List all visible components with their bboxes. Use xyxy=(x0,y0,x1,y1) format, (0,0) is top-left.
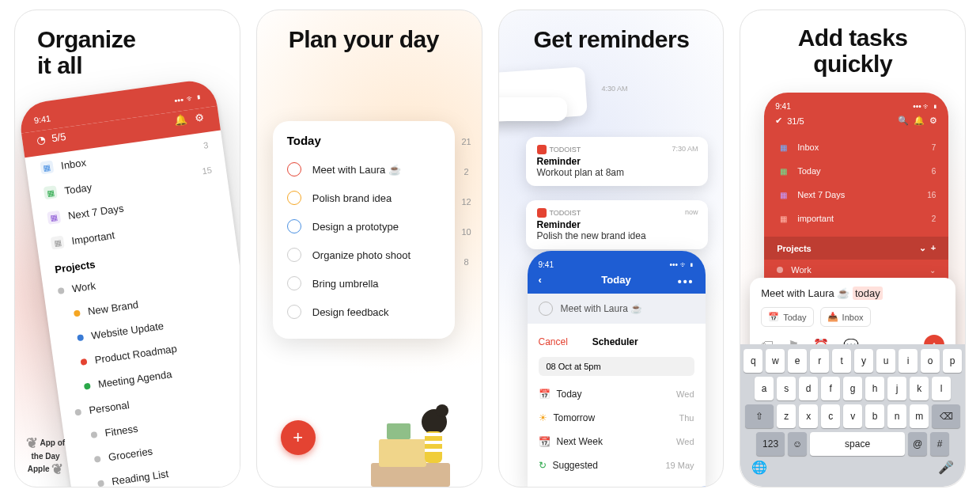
key-d[interactable]: d xyxy=(799,377,818,400)
key-b[interactable]: b xyxy=(865,404,884,428)
key-n[interactable]: n xyxy=(887,404,906,428)
selected-task-row[interactable]: Meet with Laura ☕ xyxy=(528,294,706,324)
task-row[interactable]: Bring umbrella xyxy=(287,269,441,298)
key-u[interactable]: u xyxy=(876,349,895,373)
dot-icon xyxy=(74,408,81,415)
key-space[interactable]: space xyxy=(810,432,905,456)
calendar-cell[interactable]: 2 xyxy=(464,167,468,176)
chevron-down-icon[interactable]: ⌄ xyxy=(929,266,936,275)
task-row[interactable]: Meet with Laura ☕ xyxy=(287,155,441,184)
key-v[interactable]: v xyxy=(843,404,862,428)
task-row[interactable]: Polish brand idea xyxy=(287,184,441,212)
key-z[interactable]: z xyxy=(777,404,796,428)
nav-icon: ▦ xyxy=(777,141,789,154)
task-row[interactable]: Design feedback xyxy=(287,298,441,326)
panel-heading: Get reminders xyxy=(534,26,690,52)
scheduler-option[interactable]: ↻Suggested19 May xyxy=(539,453,694,477)
chevron-down-icon[interactable]: ⌄ xyxy=(919,243,926,252)
back-icon[interactable]: ‹ xyxy=(539,274,542,286)
app-icon xyxy=(537,145,547,154)
key-k[interactable]: k xyxy=(910,377,929,400)
task-checkbox[interactable] xyxy=(287,276,301,290)
clock-text: 9:41 xyxy=(33,113,51,125)
key-x[interactable]: x xyxy=(799,404,818,428)
task-label: Meet with Laura ☕ xyxy=(561,303,643,314)
key-a[interactable]: a xyxy=(755,377,774,400)
option-day: Wed xyxy=(676,389,694,399)
add-task-fab[interactable]: + xyxy=(281,420,316,455)
task-label: Meet with Laura ☕ xyxy=(312,164,401,176)
notification-fragment: e at 5pm xyxy=(498,97,567,121)
task-row[interactable]: Design a prototype xyxy=(287,212,441,241)
task-checkbox[interactable] xyxy=(287,219,301,233)
date-input[interactable]: 08 Oct at 5pm xyxy=(539,357,694,376)
key-f[interactable]: f xyxy=(821,377,840,400)
key-h[interactable]: h xyxy=(865,377,884,400)
sidebar-item[interactable]: ▦Inbox7 xyxy=(764,135,948,159)
bell-icon[interactable]: 🔔 xyxy=(174,113,188,127)
calendar-cell[interactable]: 12 xyxy=(461,197,471,207)
task-checkbox[interactable] xyxy=(287,248,301,262)
globe-icon[interactable]: 🌐 xyxy=(751,460,767,475)
task-checkbox[interactable] xyxy=(287,191,301,205)
notification-card[interactable]: TODOIST 7:30 AM Reminder Workout plan at… xyxy=(526,137,708,186)
key-c[interactable]: c xyxy=(821,404,840,428)
key-w[interactable]: w xyxy=(766,349,785,373)
key-at[interactable]: @ xyxy=(908,432,927,456)
key-numbers[interactable]: 123 xyxy=(756,432,785,456)
scheduler-option[interactable]: ☀TomorrowThu xyxy=(539,406,694,430)
gear-icon[interactable]: ⚙ xyxy=(194,111,205,124)
key-y[interactable]: y xyxy=(854,349,873,373)
notification-card[interactable]: TODOIST now Reminder Polish the new bran… xyxy=(526,200,708,249)
chip-project[interactable]: 📥Inbox xyxy=(820,307,871,327)
key-t[interactable]: t xyxy=(832,349,851,373)
option-label: Tomorrow xyxy=(554,412,596,423)
sidebar-item[interactable]: ▦Today6 xyxy=(764,159,948,183)
key-e[interactable]: e xyxy=(788,349,807,373)
bell-icon[interactable]: 🔔 xyxy=(914,116,925,126)
project-label: Fitness xyxy=(104,423,139,439)
scheduler-option[interactable]: 📆Next WeekWed xyxy=(539,430,694,453)
key-r[interactable]: r xyxy=(810,349,829,373)
project-label: Website Update xyxy=(90,320,164,342)
nav-list: ▦Inbox7▦Today6▦Next 7 Days16▦important2 xyxy=(764,134,948,235)
key-s[interactable]: s xyxy=(777,377,796,400)
add-project-icon[interactable]: + xyxy=(931,243,936,252)
task-checkbox[interactable] xyxy=(539,302,553,316)
key-q[interactable]: q xyxy=(744,349,762,373)
task-row[interactable]: Organize photo shoot xyxy=(287,241,441,269)
calendar-cell[interactable]: 10 xyxy=(461,227,471,237)
task-input[interactable]: Meet with Laura ☕ today xyxy=(761,287,944,299)
key-shift[interactable]: ⇧ xyxy=(745,404,774,428)
calendar-icon: 📅 xyxy=(768,312,779,322)
search-icon[interactable]: 🔍 xyxy=(898,116,909,126)
key-o[interactable]: o xyxy=(921,349,940,373)
sidebar-item[interactable]: ▦Next 7 Days16 xyxy=(764,183,948,207)
more-icon[interactable]: ••• xyxy=(678,275,694,288)
option-icon: ☀ xyxy=(539,412,547,423)
key-g[interactable]: g xyxy=(843,377,862,400)
sidebar-item[interactable]: ▦important2 xyxy=(764,207,948,230)
task-checkbox[interactable] xyxy=(287,305,301,319)
key-emoji[interactable]: ☺ xyxy=(788,432,807,456)
key-p[interactable]: p xyxy=(943,349,962,373)
dot-icon xyxy=(90,431,97,438)
projects-header[interactable]: Projects ⌄ + xyxy=(764,237,948,260)
chip-schedule[interactable]: 📅Today xyxy=(761,307,813,327)
key-l[interactable]: l xyxy=(932,377,951,400)
calendar-cell[interactable]: 21 xyxy=(461,137,471,146)
key-m[interactable]: m xyxy=(910,404,929,428)
key-hash[interactable]: # xyxy=(930,432,949,456)
mic-icon[interactable]: 🎤 xyxy=(938,460,954,475)
progress-icon: ✔ xyxy=(775,116,782,126)
cancel-button[interactable]: Cancel xyxy=(539,336,568,347)
scheduler-option[interactable]: 📅TodayWed xyxy=(539,382,694,406)
key-backspace[interactable]: ⌫ xyxy=(932,404,960,428)
key-i[interactable]: i xyxy=(899,349,918,373)
gear-icon[interactable]: ⚙ xyxy=(929,116,937,126)
key-j[interactable]: j xyxy=(887,377,906,400)
project-label: Work xyxy=(791,265,811,275)
calendar-cell[interactable]: 8 xyxy=(464,257,468,267)
dot-icon xyxy=(58,287,65,294)
task-checkbox[interactable] xyxy=(287,162,301,176)
